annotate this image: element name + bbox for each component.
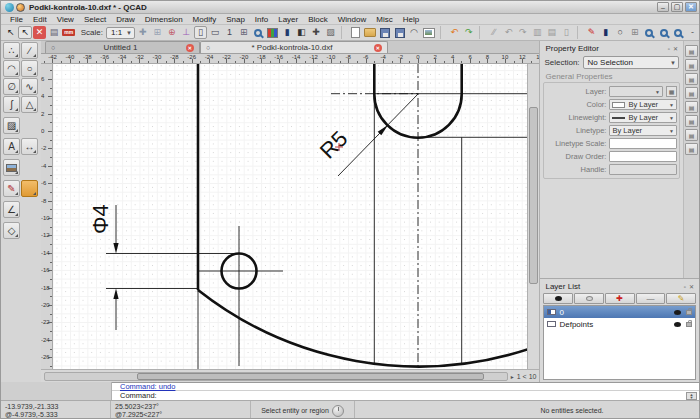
selection-tool-icon[interactable]: ↖: [18, 26, 31, 39]
layer-visible-icon[interactable]: [674, 310, 681, 315]
menu-dimension[interactable]: Dimension: [140, 15, 188, 24]
close-panel-icon[interactable]: ✕: [673, 45, 678, 52]
panel-toggle-icon[interactable]: ▤: [685, 73, 698, 85]
close-panel-icon[interactable]: ✕: [689, 283, 694, 290]
panel-toggle-icon[interactable]: ▤: [685, 101, 698, 113]
zoom-pointer-icon[interactable]: [252, 26, 265, 39]
linetype-dropdown[interactable]: By Layer ▼: [609, 125, 677, 136]
new-file-icon[interactable]: [349, 26, 362, 39]
snap-knob-icon[interactable]: [332, 405, 344, 417]
modify-tool[interactable]: ✎: [3, 180, 20, 197]
info-tool[interactable]: ∠: [3, 201, 20, 218]
selection-dropdown[interactable]: No Selection ▼: [583, 56, 679, 69]
menu-layer[interactable]: Layer: [273, 15, 303, 24]
menu-draw[interactable]: Draw: [111, 15, 140, 24]
tab-podkl-kontrola[interactable]: ○ * Podkl-kontrola-10.dxf ✕: [200, 41, 388, 53]
page-1-icon[interactable]: 1: [223, 26, 236, 39]
menu-file[interactable]: File: [5, 15, 28, 24]
paste-icon[interactable]: ▤: [545, 26, 558, 39]
float-panel-icon[interactable]: ▫: [668, 46, 670, 52]
panel-toggle-icon[interactable]: ▤: [685, 59, 698, 71]
draw-order-input[interactable]: [609, 151, 677, 162]
ellipse-tool[interactable]: ∅: [3, 78, 20, 95]
minimize-button[interactable]: –: [657, 2, 669, 12]
panel-toggle-icon[interactable]: ▤: [685, 129, 698, 141]
line-tool[interactable]: ∕: [21, 42, 38, 59]
undo-icon[interactable]: ↶: [448, 26, 461, 39]
layer-visible-icon[interactable]: [674, 322, 681, 327]
circle-mode-icon[interactable]: ○: [614, 26, 627, 39]
open-file-icon[interactable]: [363, 26, 377, 39]
panel-toggle-icon[interactable]: ▤: [685, 115, 698, 127]
command-spinner[interactable]: ▲▼: [686, 392, 697, 400]
point-tool[interactable]: ∴: [3, 42, 20, 59]
title-bar[interactable]: Podkl-kontrola-10.dxf * - QCAD – ▢ ✕: [1, 1, 699, 14]
remove-layer-button[interactable]: —: [636, 293, 666, 304]
layer-row-defpoints[interactable]: Defpoints: [544, 318, 695, 330]
shape-tool[interactable]: △: [21, 96, 38, 113]
linetype-scale-input[interactable]: [609, 138, 677, 149]
maximize-button[interactable]: ▢: [671, 2, 683, 12]
panel-toggle-icon[interactable]: ▤: [685, 143, 698, 155]
menu-modify[interactable]: Modify: [188, 15, 222, 24]
zoom-auto-icon[interactable]: [671, 26, 684, 39]
print-icon[interactable]: ▤: [47, 26, 60, 39]
hide-all-layers-button[interactable]: [574, 293, 604, 304]
import-icon[interactable]: ◠: [407, 26, 420, 39]
fill-mode-icon[interactable]: ▮: [280, 26, 293, 39]
image-tool[interactable]: [3, 159, 20, 176]
copy-icon[interactable]: ▥: [531, 26, 544, 39]
layer-row-0[interactable]: 0: [544, 306, 695, 318]
undo-small-icon[interactable]: ↶: [502, 26, 515, 39]
close-document-icon[interactable]: ✕: [33, 26, 46, 39]
layer-lock-icon[interactable]: [686, 322, 692, 327]
portrait-view-icon[interactable]: ▯: [194, 26, 207, 39]
print-preview-icon[interactable]: [422, 26, 436, 39]
text-tool[interactable]: A: [3, 138, 20, 155]
landscape-view-icon[interactable]: ▭: [208, 26, 221, 39]
tab-close-icon[interactable]: ✕: [186, 44, 194, 52]
edit-layer-button[interactable]: ✎: [666, 293, 696, 304]
color-mode-icon[interactable]: [266, 26, 279, 39]
hscroll-slider[interactable]: [137, 373, 483, 380]
blank-doc-icon[interactable]: ▯: [559, 26, 572, 39]
horizontal-scrollbar[interactable]: [44, 372, 508, 381]
halftone-icon[interactable]: ◧: [295, 26, 308, 39]
polyline-tool[interactable]: ʃ: [3, 96, 20, 113]
solid-tool[interactable]: ◇: [3, 222, 20, 239]
tab-untitled[interactable]: ○ Untitled 1 ✕: [45, 41, 200, 53]
vscroll-slider[interactable]: [529, 107, 538, 284]
scroll-right-icon[interactable]: ▸: [511, 373, 514, 380]
layer-lock-icon[interactable]: [686, 310, 692, 315]
save-as-icon[interactable]: [393, 26, 406, 39]
unit-badge[interactable]: mm: [62, 26, 76, 39]
snap-icon[interactable]: ⊕: [165, 26, 178, 39]
command-input[interactable]: Command: ▲▼: [112, 391, 699, 400]
menu-snap[interactable]: Snap: [221, 15, 250, 24]
close-button[interactable]: ✕: [685, 2, 697, 12]
panel-toggle-icon[interactable]: ▤: [685, 87, 698, 99]
redo-icon[interactable]: ↷: [462, 26, 475, 39]
save-icon[interactable]: [378, 26, 391, 39]
crosshair-icon[interactable]: ✚: [309, 26, 322, 39]
menu-help[interactable]: Help: [398, 15, 424, 24]
menu-select[interactable]: Select: [79, 15, 111, 24]
draw-color-icon[interactable]: ✎: [585, 26, 598, 39]
pointer-icon[interactable]: ↖: [4, 26, 17, 39]
add-layer-button[interactable]: ✚: [605, 293, 635, 304]
zoom-in-icon[interactable]: [642, 26, 655, 39]
ortho-icon[interactable]: ⊥: [179, 26, 192, 39]
lineweight-dropdown[interactable]: By Layer ▼: [609, 112, 677, 123]
menu-misc[interactable]: Misc: [371, 15, 397, 24]
arc-tool[interactable]: ◠: [3, 60, 20, 77]
panel-toggle-icon[interactable]: ▤: [685, 45, 698, 57]
navy-swatch-icon[interactable]: ▮: [599, 26, 612, 39]
pan-icon[interactable]: ✚: [136, 26, 149, 39]
show-all-layers-button[interactable]: [543, 293, 573, 304]
table-icon[interactable]: ⊞: [628, 26, 641, 39]
active-tool[interactable]: [21, 180, 38, 197]
menu-view[interactable]: View: [52, 15, 79, 24]
cut-icon[interactable]: ∕∕: [487, 26, 500, 39]
menu-edit[interactable]: Edit: [28, 15, 52, 24]
color-dropdown[interactable]: By Layer ▼: [609, 99, 677, 110]
